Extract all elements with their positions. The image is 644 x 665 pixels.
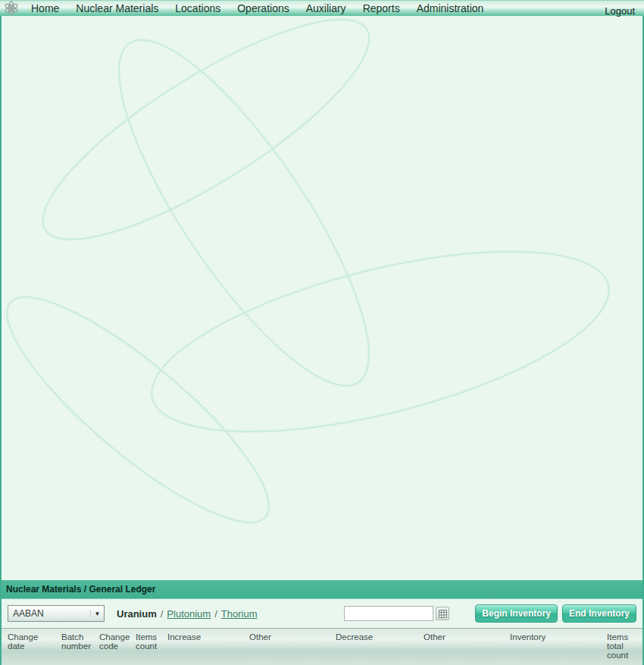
breadcrumb: Nuclear Materials / General Ledger [2,580,642,599]
content-area: Nuclear Materials / General Ledger AABAN… [0,16,644,665]
logout-link[interactable]: Logout [605,5,635,17]
col-change-code: Change code [97,629,133,665]
col-group-inventory: Inventory [508,629,605,665]
material-select[interactable]: AABAN ▼ [8,605,105,622]
nav-item-administration[interactable]: Administration [408,2,492,14]
atom-watermark [2,16,642,580]
tab-thorium[interactable]: Thorium [221,608,258,620]
atom-icon [0,1,23,16]
inventory-buttons: Begin Inventory End Inventory [475,604,636,623]
col-group-other-1: Other [247,629,333,665]
tab-separator: / [214,608,217,620]
col-batch-number: Batch number [59,629,97,665]
tab-plutonium[interactable]: Plutonium [167,608,211,620]
nav-item-home[interactable]: Home [23,2,67,14]
col-group-decrease: Decrease [333,629,421,665]
col-group-increase: Increase [165,629,247,665]
col-change-date: Change date [2,629,59,665]
tab-uranium[interactable]: Uranium [117,608,157,620]
begin-inventory-button[interactable]: Begin Inventory [475,604,558,623]
general-ledger-table: Change date Batch number Change code Ite… [2,628,642,665]
filter-bar: AABAN ▼ Uranium/Plutonium/Thorium Begin … [2,599,642,628]
material-select-value: AABAN [8,608,90,619]
col-items-total-count: Items total count [605,629,642,665]
col-items-count: Items count [133,629,165,665]
date-search-group [344,606,449,621]
date-search-input[interactable] [344,606,433,621]
end-inventory-button[interactable]: End Inventory [562,604,636,623]
nav-item-nuclear-materials[interactable]: Nuclear Materials [67,2,167,14]
tab-separator: / [161,608,164,620]
nav-item-locations[interactable]: Locations [167,2,229,14]
element-tabs: Uranium/Plutonium/Thorium [117,608,257,620]
nav-item-operations[interactable]: Operations [229,2,297,14]
calendar-icon[interactable] [436,607,449,620]
col-group-other-2: Other [421,629,508,665]
table-header: Change date Batch number Change code Ite… [2,629,642,665]
nucmat-app-window: Logout Nuclear Materials Database NucMat… [0,0,644,665]
main-nav: Home Nuclear Materials Locations Operati… [0,0,644,16]
nav-item-auxiliary[interactable]: Auxiliary [298,2,355,14]
nav-item-reports[interactable]: Reports [355,2,408,14]
chevron-down-icon: ▼ [90,610,104,617]
